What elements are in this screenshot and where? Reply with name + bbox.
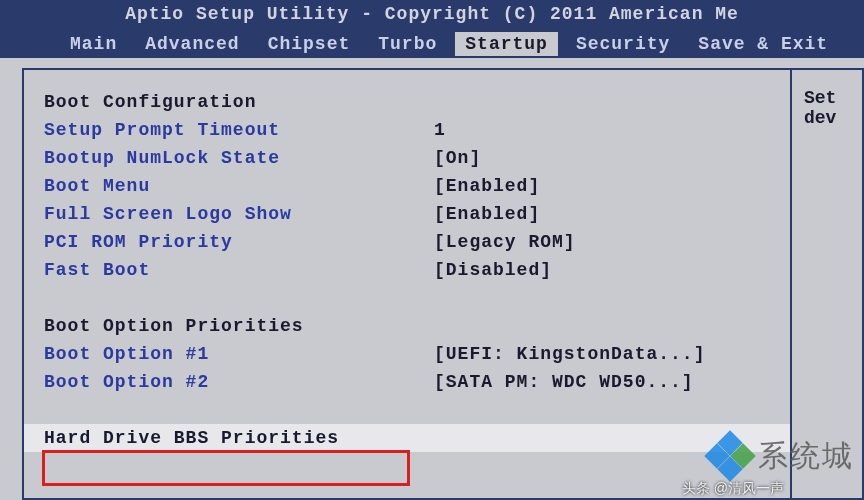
tab-advanced[interactable]: Advanced [135,32,249,56]
item-label: Bootup NumLock State [44,148,434,168]
item-value: [Disabled] [434,260,552,280]
item-label: Fast Boot [44,260,434,280]
bios-title-bar: Aptio Setup Utility - Copyright (C) 2011… [0,0,864,30]
item-value: [Legacy ROM] [434,232,576,252]
item-label: Hard Drive BBS Priorities [44,428,434,448]
help-text-line: Set [804,88,850,108]
item-label: Full Screen Logo Show [44,204,434,224]
item-label: Boot Option #1 [44,344,434,364]
item-label: Boot Menu [44,176,434,196]
item-label: PCI ROM Priority [44,232,434,252]
tab-startup[interactable]: Startup [455,32,558,56]
annotation-highlight-box [42,450,410,486]
item-value: [Enabled] [434,176,540,196]
credit-text: 头条 @清风一声 [682,480,784,498]
item-label: Setup Prompt Timeout [44,120,434,140]
bios-title: Aptio Setup Utility - Copyright (C) 2011… [125,4,739,24]
section-heading-boot-config: Boot Configuration [44,92,434,112]
item-hard-drive-bbs-priorities[interactable]: Hard Drive BBS Priorities [24,424,790,452]
item-boot-option-2[interactable]: Boot Option #2 [SATA PM: WDC WD50...] [44,368,770,396]
item-value: [UEFI: KingstonData...] [434,344,705,364]
item-pci-rom-priority[interactable]: PCI ROM Priority [Legacy ROM] [44,228,770,256]
section-heading-boot-priorities: Boot Option Priorities [44,316,434,336]
item-boot-option-1[interactable]: Boot Option #1 [UEFI: KingstonData...] [44,340,770,368]
item-bootup-numlock[interactable]: Bootup NumLock State [On] [44,144,770,172]
item-fast-boot[interactable]: Fast Boot [Disabled] [44,256,770,284]
tab-main[interactable]: Main [60,32,127,56]
help-panel: Set dev [792,68,864,500]
item-value: [Enabled] [434,204,540,224]
tab-security[interactable]: Security [566,32,680,56]
item-label: Boot Option #2 [44,372,434,392]
bios-main-area: Boot Configuration Setup Prompt Timeout … [0,58,864,500]
item-value: 1 [434,120,446,140]
tab-chipset[interactable]: Chipset [258,32,361,56]
item-value: [SATA PM: WDC WD50...] [434,372,694,392]
item-full-screen-logo[interactable]: Full Screen Logo Show [Enabled] [44,200,770,228]
help-text-line: dev [804,108,850,128]
item-value: [On] [434,148,481,168]
bios-tab-bar: Main Advanced Chipset Turbo Startup Secu… [0,30,864,58]
item-boot-menu[interactable]: Boot Menu [Enabled] [44,172,770,200]
item-setup-prompt-timeout[interactable]: Setup Prompt Timeout 1 [44,116,770,144]
tab-save-exit[interactable]: Save & Exit [688,32,838,56]
tab-turbo[interactable]: Turbo [368,32,447,56]
settings-panel: Boot Configuration Setup Prompt Timeout … [22,68,792,500]
